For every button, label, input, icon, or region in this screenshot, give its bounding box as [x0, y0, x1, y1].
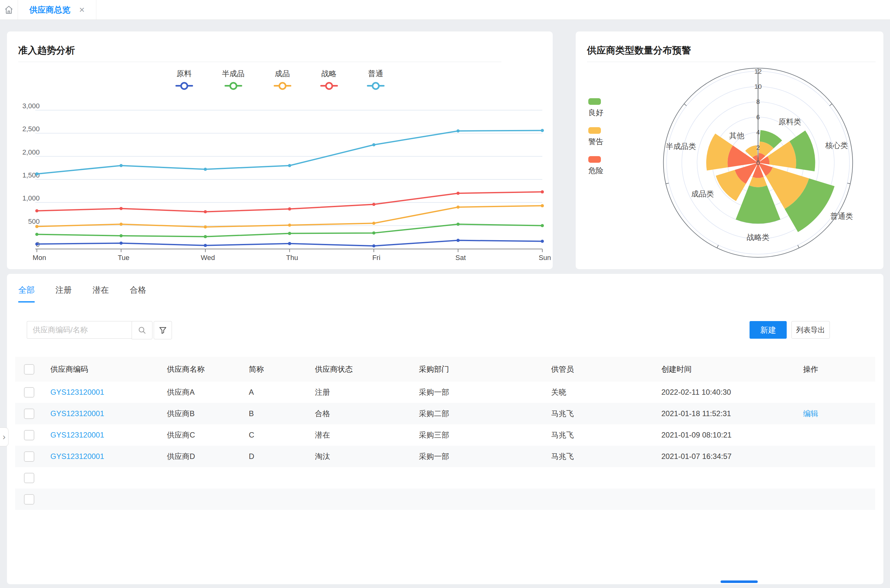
svg-text:1,000: 1,000: [23, 194, 40, 202]
cell-created: 2022-02-11 10:40:30: [652, 388, 794, 397]
side-drawer-toggle[interactable]: ›: [0, 428, 9, 446]
column-header-供应商状态: 供应商状态: [305, 364, 409, 374]
horizontal-scrollbar-thumb[interactable]: [720, 580, 758, 583]
type-rose-chart: 024681012原料类核心类普通类战略类成品类半成品类其他: [576, 32, 883, 269]
tab-title: 供应商总览: [29, 4, 70, 15]
row-select-cell: [15, 473, 41, 483]
svg-text:Mon: Mon: [33, 254, 46, 262]
supplier-code-link[interactable]: GYS123120001: [50, 409, 104, 418]
table-row: GYS123120001供应商AA注册采购一部关晓2022-02-11 10:4…: [15, 381, 875, 403]
svg-text:原料类: 原料类: [779, 117, 801, 126]
svg-text:Wed: Wed: [201, 254, 215, 262]
cell-name: 供应商C: [158, 430, 239, 440]
search-group: [27, 321, 152, 339]
cell-action: 编辑: [794, 409, 875, 418]
cell-status: 合格: [305, 409, 409, 418]
list-tab-全部[interactable]: 全部: [18, 285, 35, 303]
cell-created: 2021-01-07 16:34:57: [652, 452, 794, 461]
svg-text:半成品类: 半成品类: [666, 142, 696, 150]
svg-text:500: 500: [28, 218, 40, 225]
chevron-right-icon: ›: [3, 432, 5, 442]
svg-text:Thu: Thu: [286, 254, 298, 262]
row-checkbox[interactable]: [24, 409, 34, 419]
filter-button[interactable]: [154, 321, 172, 339]
cell-status: 潜在: [305, 430, 409, 440]
supplier-list-card: 全部注册潜在合格 新建 列表导出 供应商编码供应商名称简称供应商状态采购部门供管…: [7, 274, 883, 584]
home-icon: [4, 5, 14, 15]
cell-manager: 马兆飞: [542, 409, 652, 418]
table-row: GYS123120001供应商CC潜在采购三部马兆飞2021-01-09 08:…: [15, 424, 875, 446]
row-checkbox[interactable]: [24, 430, 34, 440]
cell-code: GYS123120001: [41, 430, 158, 440]
cell-status: 淘汰: [305, 452, 409, 462]
tab-close-icon[interactable]: ×: [79, 5, 85, 15]
cell-created: 2021-01-09 08:10:21: [652, 430, 794, 440]
column-header-采购部门: 采购部门: [409, 364, 542, 374]
svg-text:6: 6: [756, 113, 760, 120]
row-select-cell: [15, 430, 41, 440]
row-select-cell: [15, 452, 41, 462]
supplier-code-link[interactable]: GYS123120001: [50, 388, 104, 396]
supplier-table: 供应商编码供应商名称简称供应商状态采购部门供管员创建时间操作 GYS123120…: [15, 357, 875, 510]
cell-short: C: [239, 430, 305, 440]
table-row: GYS123120001供应商DD淘汰采购一部马兆飞2021-01-07 16:…: [15, 446, 875, 467]
table-row-empty: [15, 467, 875, 489]
select-all-checkbox[interactable]: [24, 364, 34, 375]
list-tab-注册[interactable]: 注册: [56, 285, 72, 303]
cell-name: 供应商D: [158, 452, 239, 462]
edit-link[interactable]: 编辑: [803, 409, 818, 418]
list-tab-潜在[interactable]: 潜在: [93, 285, 109, 303]
cell-short: B: [239, 409, 305, 418]
home-button[interactable]: [0, 0, 18, 20]
cell-code: GYS123120001: [41, 388, 158, 397]
svg-text:Fri: Fri: [372, 254, 380, 262]
search-input[interactable]: [27, 321, 132, 339]
row-select-cell: [15, 409, 41, 419]
supplier-code-link[interactable]: GYS123120001: [50, 430, 104, 439]
svg-text:2: 2: [756, 144, 760, 151]
cell-short: A: [239, 388, 305, 397]
list-tab-合格[interactable]: 合格: [130, 285, 146, 303]
cell-dept: 采购一部: [409, 387, 542, 397]
row-checkbox[interactable]: [24, 452, 34, 462]
svg-text:核心类: 核心类: [825, 141, 848, 150]
cell-code: GYS123120001: [41, 452, 158, 461]
header-select-all-cell: [15, 364, 41, 375]
cell-dept: 采购二部: [409, 409, 542, 418]
search-icon: [138, 326, 146, 334]
svg-text:2,000: 2,000: [23, 148, 40, 156]
cell-dept: 采购三部: [409, 430, 542, 440]
cell-code: GYS123120001: [41, 409, 158, 418]
tab-supplier-overview[interactable]: 供应商总览 ×: [18, 0, 96, 20]
new-button[interactable]: 新建: [750, 321, 787, 339]
cell-name: 供应商A: [158, 387, 239, 397]
table-row: GYS123120001供应商BB合格采购二部马兆飞2021-01-18 11:…: [15, 403, 875, 424]
row-checkbox[interactable]: [24, 387, 34, 398]
type-distribution-card: 供应商类型数量分布预警 良好警告危险 024681012原料类核心类普通类战略类…: [576, 32, 883, 269]
export-list-button[interactable]: 列表导出: [791, 321, 830, 339]
svg-text:普通类: 普通类: [830, 212, 853, 220]
status-filter-tabs: 全部注册潜在合格: [18, 285, 146, 303]
svg-text:0: 0: [756, 159, 760, 166]
row-checkbox[interactable]: [24, 494, 34, 505]
funnel-icon: [159, 326, 167, 334]
column-header-创建时间: 创建时间: [652, 364, 794, 374]
table-header-row: 供应商编码供应商名称简称供应商状态采购部门供管员创建时间操作: [15, 357, 875, 381]
cell-manager: 马兆飞: [542, 452, 652, 462]
svg-text:成品类: 成品类: [691, 189, 714, 198]
cell-name: 供应商B: [158, 409, 239, 418]
column-header-供管员: 供管员: [542, 364, 652, 374]
table-row-empty: [15, 489, 875, 510]
row-checkbox[interactable]: [24, 473, 34, 483]
search-button[interactable]: [132, 321, 152, 339]
svg-text:12: 12: [754, 68, 762, 75]
table-body: GYS123120001供应商AA注册采购一部关晓2022-02-11 10:4…: [15, 381, 875, 510]
svg-text:Tue: Tue: [118, 254, 129, 262]
svg-text:3,000: 3,000: [23, 102, 40, 110]
svg-text:10: 10: [754, 83, 762, 90]
top-tab-bar: 供应商总览 ×: [0, 0, 890, 20]
column-header-简称: 简称: [239, 364, 305, 374]
cell-created: 2021-01-18 11:52:31: [652, 409, 794, 418]
supplier-code-link[interactable]: GYS123120001: [50, 452, 104, 460]
cell-manager: 关晓: [542, 387, 652, 397]
